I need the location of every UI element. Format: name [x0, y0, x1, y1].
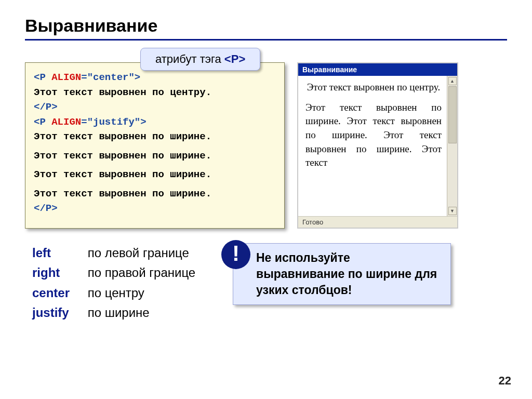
code-example: <P ALIGN="center"> Этот текст выровнен п… [25, 62, 285, 229]
code-eq: = [81, 116, 87, 128]
align-keyword: justify [32, 303, 84, 323]
code-tag-close: > [140, 116, 146, 128]
code-line: Этот текст выровнен по ширине. [34, 187, 276, 202]
align-keyword: right [32, 263, 84, 283]
code-value: "justify" [87, 116, 141, 128]
code-value: "center" [87, 72, 135, 83]
align-item-center: center по центру [32, 283, 222, 303]
warning-block: ! Не используйте выравнивание по ширине … [233, 243, 507, 305]
browser-preview: Выравнивание Этот текст выровнен по цент… [297, 62, 458, 229]
align-item-justify: justify по ширине [32, 303, 222, 323]
code-tag-close: </P> [34, 203, 58, 214]
slide-title: Выравнивание [25, 16, 507, 36]
align-item-right: right по правой границе [32, 263, 222, 283]
code-line: Этот текст выровнен по ширине. [34, 149, 276, 164]
browser-body: Этот текст выровнен по центру. Этот текс… [298, 76, 447, 216]
code-eq: = [81, 72, 87, 83]
code-tag-close: > [135, 72, 140, 83]
align-desc: по левой границе [88, 246, 189, 260]
title-rule [25, 39, 507, 41]
align-desc: по правой границе [88, 265, 196, 280]
code-attr: ALIGN [51, 116, 81, 128]
slide-number: 22 [499, 374, 511, 388]
preview-centered-text: Этот текст выровнен по центру. [305, 81, 442, 94]
scroll-up-button[interactable]: ▲ [448, 77, 457, 85]
callout-prefix: атрибут тэга [155, 52, 224, 65]
code-tag-open: <P [34, 116, 51, 128]
code-line: </P> [34, 201, 276, 216]
code-line: Этот текст выровнен по ширине. [34, 129, 276, 144]
attribute-callout: атрибут тэга <P> [140, 48, 260, 71]
browser-statusbar: Готово [298, 216, 457, 228]
align-keyword: center [32, 283, 84, 303]
code-tag-open: <P [34, 72, 51, 83]
code-line: Этот текст выровнен по ширине. [34, 167, 276, 182]
callout-tagname: <P> [224, 52, 245, 65]
code-line: <P ALIGN="center"> [34, 70, 276, 85]
align-desc: по центру [88, 286, 144, 300]
warning-text: Не используйте выравнивание по ширине дл… [233, 243, 451, 305]
code-attr: ALIGN [51, 72, 81, 83]
code-tag-close: </P> [34, 101, 58, 113]
browser-titlebar: Выравнивание [298, 63, 457, 76]
align-values-list: left по левой границе right по правой гр… [25, 243, 222, 323]
scroll-down-button[interactable]: ▼ [448, 207, 457, 215]
scrollbar[interactable]: ▲ ▼ [447, 76, 457, 216]
exclamation-icon: ! [221, 240, 250, 269]
scroll-thumb[interactable] [448, 86, 457, 143]
align-item-left: left по левой границе [32, 243, 222, 263]
code-line: Этот текст выровнен по центру. [34, 85, 276, 100]
align-keyword: left [32, 243, 84, 263]
code-line: </P> [34, 100, 276, 115]
preview-justified-text: Этот текст выровнен по ширине. Этот текс… [305, 101, 442, 170]
code-line: <P ALIGN="justify"> [34, 115, 276, 130]
align-desc: по ширине [88, 305, 150, 320]
